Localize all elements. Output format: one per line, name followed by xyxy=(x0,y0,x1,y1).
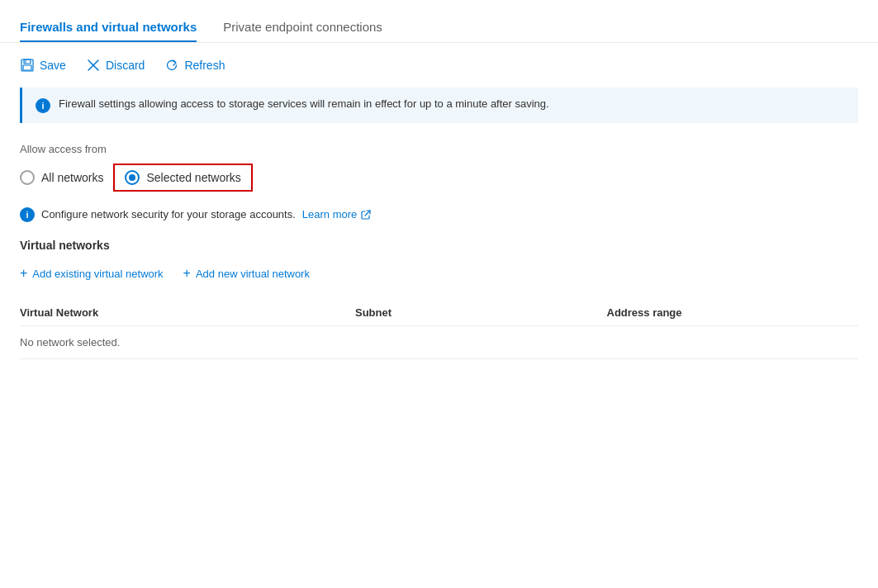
add-existing-label: Add existing virtual network xyxy=(32,268,163,280)
external-link-icon xyxy=(361,210,371,220)
radio-selected-networks-dot xyxy=(129,174,135,181)
page-container: Firewalls and virtual networks Private e… xyxy=(0,0,878,588)
add-new-virtual-network-button[interactable]: + Add new virtual network xyxy=(183,263,310,283)
col-subnet: Subnet xyxy=(355,300,607,326)
add-existing-virtual-network-button[interactable]: + Add existing virtual network xyxy=(20,263,164,283)
virtual-networks-title: Virtual networks xyxy=(20,239,858,252)
network-table: Virtual Network Subnet Address range No … xyxy=(20,300,858,359)
tabs-bar: Firewalls and virtual networks Private e… xyxy=(0,0,878,43)
configure-info-text: Configure network security for your stor… xyxy=(41,208,296,220)
configure-info: i Configure network security for your st… xyxy=(20,206,858,222)
learn-more-label: Learn more xyxy=(302,208,357,220)
col-virtual-network: Virtual Network xyxy=(20,300,355,326)
empty-address-cell xyxy=(607,326,859,359)
table-header-row: Virtual Network Subnet Address range xyxy=(20,300,858,326)
svg-rect-2 xyxy=(23,65,31,70)
add-new-label: Add new virtual network xyxy=(196,268,310,280)
info-banner-icon: i xyxy=(36,98,50,113)
refresh-icon xyxy=(164,58,179,73)
tab-private-endpoints[interactable]: Private endpoint connections xyxy=(223,13,382,42)
save-button[interactable]: Save xyxy=(20,55,66,76)
table-row-empty: No network selected. xyxy=(20,326,858,359)
learn-more-link[interactable]: Learn more xyxy=(302,208,371,220)
svg-line-6 xyxy=(365,211,370,216)
col-address-range: Address range xyxy=(607,300,859,326)
info-banner: i Firewall settings allowing access to s… xyxy=(20,88,858,123)
radio-selected-networks-label: Selected networks xyxy=(146,171,240,184)
toolbar: Save Discard Refresh xyxy=(0,43,878,88)
discard-button[interactable]: Discard xyxy=(86,55,145,76)
allow-access-label: Allow access from xyxy=(20,143,858,155)
add-new-plus-icon: + xyxy=(183,267,191,280)
radio-all-networks-label: All networks xyxy=(41,171,103,184)
radio-all-networks[interactable]: All networks xyxy=(20,164,113,192)
radio-selected-networks-box[interactable]: Selected networks xyxy=(113,164,252,192)
configure-info-icon: i xyxy=(20,207,35,222)
add-network-actions: + Add existing virtual network + Add new… xyxy=(20,263,858,283)
svg-rect-1 xyxy=(24,59,31,64)
info-banner-text: Firewall settings allowing access to sto… xyxy=(59,97,549,110)
empty-subnet-cell xyxy=(355,326,607,359)
radio-all-networks-indicator xyxy=(20,170,35,185)
discard-label: Discard xyxy=(106,59,145,72)
no-network-message: No network selected. xyxy=(20,326,355,359)
discard-icon xyxy=(86,58,101,73)
save-label: Save xyxy=(40,59,66,72)
save-icon xyxy=(20,58,35,73)
content-area: Allow access from All networks Selected … xyxy=(0,143,878,359)
refresh-button[interactable]: Refresh xyxy=(164,55,225,76)
radio-selected-networks-indicator xyxy=(125,170,140,185)
tab-firewalls[interactable]: Firewalls and virtual networks xyxy=(20,13,197,42)
radio-group: All networks Selected networks xyxy=(20,164,858,192)
refresh-label: Refresh xyxy=(184,59,225,72)
add-existing-plus-icon: + xyxy=(20,267,27,280)
